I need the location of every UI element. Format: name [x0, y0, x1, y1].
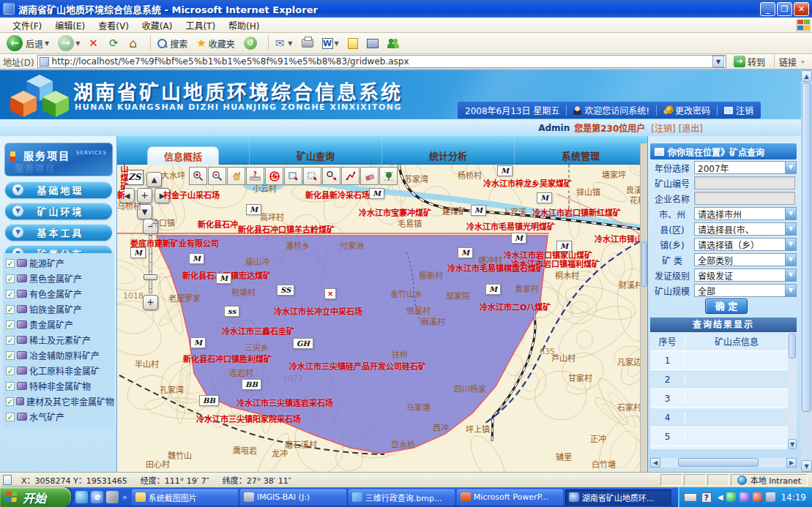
- refresh-button[interactable]: ⟳: [107, 36, 123, 50]
- show-desktop-icon[interactable]: [75, 491, 88, 503]
- field-input-2[interactable]: [694, 192, 795, 205]
- messenger-button[interactable]: [385, 37, 401, 49]
- sidebar-button-0[interactable]: ▼基础地理: [5, 181, 112, 198]
- page-scrollbar[interactable]: ▲ ▼: [801, 70, 812, 472]
- draw-line-tool-button[interactable]: [341, 167, 360, 185]
- quicklaunch-overflow-icon[interactable]: »: [122, 492, 127, 502]
- layer-checkbox[interactable]: ✓: [6, 382, 15, 391]
- legend-tree-tool-button[interactable]: [379, 167, 398, 185]
- map-marker[interactable]: M: [216, 273, 231, 284]
- maximize-button[interactable]: ❐: [777, 2, 792, 16]
- tab-1[interactable]: 矿山查询: [280, 146, 351, 165]
- tab-3[interactable]: 系统管理: [545, 146, 616, 165]
- map-marker[interactable]: M: [537, 192, 552, 203]
- map-marker[interactable]: M: [485, 284, 501, 295]
- layer-checkbox[interactable]: ✓: [6, 336, 15, 345]
- taskbar-task-2[interactable]: 三维行政查询.bmp...: [349, 489, 455, 506]
- taskbar-task-4[interactable]: 湖南省矿山地质环...: [565, 489, 671, 506]
- results-scroll-down-button[interactable]: ▼: [788, 439, 797, 449]
- table-row-5[interactable]: 5: [650, 427, 788, 446]
- menu-item-5[interactable]: 帮助(H): [222, 18, 266, 33]
- zoom-slider-handle[interactable]: [144, 274, 157, 280]
- map-canvas[interactable]: ?S ZS ▲ ◀ ＋ ▶ ▼ − ＋ 山煤矿新村金子山采石场新化县新冷采石场冷…: [117, 165, 640, 472]
- security-tray-icon[interactable]: [753, 492, 762, 502]
- keyboard-tray-icon[interactable]: [684, 493, 697, 502]
- layer-checkbox[interactable]: ✓: [6, 259, 15, 268]
- zoom-in-slider-button[interactable]: ＋: [143, 295, 158, 310]
- back-button[interactable]: ← 后退▼: [4, 34, 51, 52]
- sidebar-button-2[interactable]: ▼基本工具: [5, 224, 112, 241]
- map-marker[interactable]: M: [246, 204, 261, 215]
- layer-row-7[interactable]: ✓化工原料非金属矿: [6, 363, 114, 378]
- layer-row-10[interactable]: ✓水气矿产: [6, 409, 114, 424]
- field-select-7[interactable]: 省级发证▼: [694, 268, 797, 282]
- mail-button[interactable]: ✉▼: [273, 36, 295, 50]
- notes-button[interactable]: [346, 37, 360, 50]
- map-marker[interactable]: M: [556, 241, 572, 252]
- taskbar-task-1[interactable]: IMGIS-BAI (J:): [240, 489, 346, 506]
- layer-row-4[interactable]: ✓贵金属矿产: [6, 317, 114, 332]
- close-marker-button[interactable]: ×: [324, 288, 336, 299]
- page-scroll-up-button[interactable]: ▲: [801, 70, 812, 82]
- pan-up-button[interactable]: ▲: [146, 172, 162, 187]
- layer-row-6[interactable]: ✓冶金辅助原料矿产: [6, 348, 114, 363]
- map-marker[interactable]: SS: [277, 285, 294, 296]
- display-tray-icon[interactable]: [766, 492, 775, 502]
- select-rect-tool-button[interactable]: [284, 167, 302, 185]
- layer-checkbox[interactable]: ✓: [6, 367, 15, 375]
- menu-item-0[interactable]: 文件(F): [6, 18, 48, 33]
- map-vertical-scrollbar[interactable]: [640, 143, 647, 472]
- home-button[interactable]: ⌂: [127, 35, 141, 51]
- page-scroll-down-button[interactable]: ▼: [801, 460, 812, 472]
- layer-checkbox[interactable]: ✓: [6, 305, 15, 314]
- logout-link[interactable]: 注销: [736, 104, 753, 116]
- word-edit-button[interactable]: W▼: [320, 37, 341, 50]
- table-row-2[interactable]: 2: [650, 370, 788, 389]
- menu-item-1[interactable]: 编辑(E): [48, 18, 92, 33]
- start-button[interactable]: 开始: [0, 487, 71, 507]
- layer-checkbox[interactable]: ✓: [6, 351, 15, 360]
- map-marker[interactable]: BB: [242, 379, 261, 390]
- go-button[interactable]: ➜ 转到: [729, 56, 770, 68]
- layer-row-8[interactable]: ✓特种非金属矿物: [6, 378, 114, 394]
- map-marker[interactable]: M: [189, 253, 204, 264]
- ie-quicklaunch-icon[interactable]: e: [91, 491, 103, 503]
- results-scroll-right-button[interactable]: ▶: [786, 458, 797, 467]
- page-scrollbar-thumb[interactable]: [802, 83, 811, 412]
- zoom-out-tool-button[interactable]: [208, 167, 226, 185]
- field-select-6[interactable]: 全部类别▼: [694, 253, 797, 266]
- map-marker[interactable]: M: [190, 337, 206, 348]
- map-marker[interactable]: M: [130, 247, 146, 258]
- antivirus-tray-icon[interactable]: [726, 492, 736, 502]
- map-marker[interactable]: ss: [224, 306, 239, 317]
- confirm-button[interactable]: 确 定: [705, 298, 748, 314]
- stop-button[interactable]: ✕: [86, 36, 103, 50]
- favorites-button[interactable]: ★收藏夹: [194, 36, 236, 50]
- results-horizontal-scrollbar[interactable]: ◀ ▶: [650, 458, 797, 467]
- layer-checkbox[interactable]: ✓: [6, 320, 15, 329]
- layer-checkbox[interactable]: ✓: [6, 290, 15, 298]
- eraser-tool-button[interactable]: [360, 167, 379, 185]
- layer-row-9[interactable]: ✓建材及其它非金属矿物: [6, 394, 114, 409]
- map-marker[interactable]: M: [369, 188, 384, 199]
- layer-row-0[interactable]: ✓能源矿产: [6, 255, 114, 271]
- taskbar-task-0[interactable]: 系统截图图片: [132, 489, 238, 506]
- help-tray-icon[interactable]: ?: [701, 492, 712, 503]
- map-marker[interactable]: M: [497, 165, 513, 176]
- menu-item-3[interactable]: 收藏(A): [135, 18, 179, 33]
- research-button[interactable]: [365, 38, 381, 49]
- layer-checkbox[interactable]: ✓: [6, 397, 14, 406]
- minimize-button[interactable]: _: [760, 2, 775, 16]
- field-select-5[interactable]: 请选择镇（乡）▼: [694, 238, 797, 251]
- history-button[interactable]: ↺: [242, 36, 259, 50]
- identify-tool-button[interactable]: [322, 167, 340, 185]
- search-button[interactable]: 搜索: [155, 37, 190, 50]
- map-marker[interactable]: GH: [293, 338, 313, 349]
- map-marker[interactable]: M: [471, 205, 486, 216]
- change-password-link[interactable]: 更改密码: [675, 104, 710, 116]
- pan-tool-button[interactable]: [227, 167, 245, 185]
- results-scrollbar-thumb[interactable]: [789, 334, 796, 358]
- field-select-8[interactable]: 全部▼: [694, 284, 797, 297]
- url-input[interactable]: http://localhost/%e7%9f%bf%e5%b1%b1%e5%8…: [37, 55, 726, 68]
- forward-button[interactable]: →▼: [56, 34, 82, 52]
